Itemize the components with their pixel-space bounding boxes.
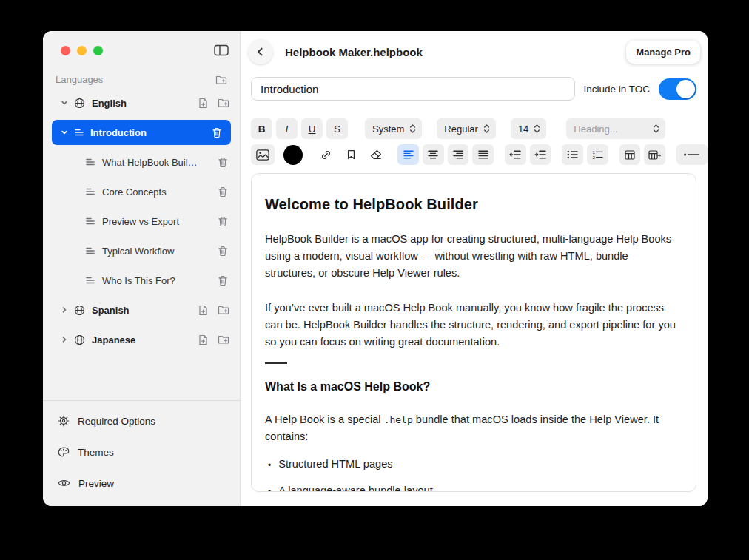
chevron-right-icon[interactable] (61, 306, 68, 314)
doc-text: A Help Book is a special (265, 414, 384, 425)
clear-formatting-button[interactable] (366, 144, 387, 165)
sidebar-page-row[interactable]: Who Is This For? (43, 266, 240, 295)
align-right-button[interactable] (448, 144, 469, 165)
footer-item-label: Required Options (78, 416, 155, 427)
new-language-folder-icon[interactable] (215, 75, 227, 85)
doc-horizontal-rule (265, 362, 287, 364)
sidebar-item-required-options[interactable]: Required Options (43, 405, 240, 436)
heading-style-select[interactable]: Heading... (566, 118, 665, 139)
back-icon (255, 47, 266, 57)
trash-icon[interactable] (218, 186, 228, 198)
sidebar-item-preview[interactable]: Preview (43, 468, 240, 499)
table-icon (625, 150, 635, 160)
font-weight-value: Regular (444, 124, 478, 135)
table-add-icon (648, 150, 661, 160)
align-justify-button[interactable] (472, 144, 494, 165)
page-lines-icon (85, 157, 95, 167)
sidebar-page-row[interactable]: What HelpBook Buil… (43, 147, 240, 177)
numbered-list-button[interactable] (587, 144, 608, 165)
bold-button[interactable]: B (251, 118, 272, 139)
table-insert-column-button[interactable] (644, 144, 665, 165)
chevron-down-icon[interactable] (61, 129, 68, 136)
rich-text-editor[interactable]: Welcome to HelpBook Builder HelpBook Bui… (251, 173, 696, 492)
italic-button[interactable]: I (276, 118, 298, 139)
bullet-list-icon (567, 150, 578, 159)
align-center-button[interactable] (423, 144, 444, 165)
trash-icon[interactable] (218, 246, 228, 257)
font-size-select[interactable]: 14 (511, 118, 546, 139)
align-justify-icon (478, 150, 488, 159)
languages-label: Languages (56, 74, 103, 85)
sidebar-page-row[interactable]: Typical Workflow (43, 236, 240, 266)
insert-link-button[interactable] (315, 144, 337, 165)
traffic-lights (61, 46, 103, 55)
globe-icon (74, 98, 85, 109)
sidebar-item-english[interactable]: English (43, 88, 240, 118)
doc-paragraph: A Help Book is a special .help bundle th… (265, 411, 679, 445)
outdent-icon (509, 150, 521, 159)
new-page-icon[interactable] (198, 98, 208, 109)
globe-icon (74, 334, 85, 345)
sidebar-item-introduction[interactable]: Introduction (52, 120, 231, 145)
gear-icon (58, 415, 70, 427)
bullet-list-button[interactable] (562, 144, 583, 165)
new-folder-icon[interactable] (218, 334, 229, 345)
doc-text: A language-aware bundle layout (278, 484, 433, 492)
sidebar: Languages English Introduction (43, 31, 241, 506)
text-color-well[interactable] (283, 145, 303, 165)
insert-image-button[interactable] (251, 144, 275, 165)
underline-button[interactable]: U (301, 118, 323, 139)
doc-bullet-item: Structured HTML pages (265, 457, 679, 472)
page-label: Typical Workflow (102, 246, 174, 257)
toc-toggle[interactable] (659, 78, 696, 100)
font-family-select[interactable]: System (365, 118, 422, 139)
new-page-icon[interactable] (198, 305, 208, 316)
chevron-down-icon[interactable] (61, 99, 68, 107)
close-window-button[interactable] (61, 46, 70, 55)
palette-icon (58, 447, 70, 457)
font-weight-select[interactable]: Regular (437, 118, 496, 139)
sidebar-page-row[interactable]: Preview vs Export (43, 206, 240, 236)
globe-icon (74, 305, 85, 316)
doc-heading1: Welcome to HelpBook Builder (265, 196, 679, 213)
trash-icon[interactable] (212, 127, 222, 138)
page-lines-icon (85, 186, 95, 197)
strikethrough-button[interactable]: S (326, 118, 348, 139)
horizontal-rule-button[interactable] (676, 144, 708, 165)
languages-section-header: Languages (43, 64, 240, 87)
doc-bullet-item: A language-aware bundle layout (265, 484, 679, 492)
sidebar-item-japanese[interactable]: Japanese (43, 325, 240, 354)
bookmark-button[interactable] (340, 144, 362, 165)
align-left-icon (403, 150, 414, 159)
toggle-knob (676, 80, 695, 98)
sidebar-item-themes[interactable]: Themes (43, 436, 240, 468)
new-folder-icon[interactable] (218, 98, 229, 108)
indent-button[interactable] (530, 144, 551, 165)
numbered-list-icon (592, 150, 603, 159)
new-folder-icon[interactable] (218, 305, 229, 315)
zoom-window-button[interactable] (93, 46, 103, 55)
sidebar-item-spanish[interactable]: Spanish (43, 295, 240, 325)
manage-pro-button[interactable]: Manage Pro (626, 41, 700, 64)
back-button[interactable] (248, 39, 273, 64)
new-page-icon[interactable] (198, 334, 208, 345)
align-left-button[interactable] (397, 144, 419, 165)
doc-code-span: .help (384, 414, 413, 425)
main-header: Helpbook Maker.helpbook Manage Pro (241, 31, 708, 65)
sidebar-toggle-icon[interactable] (214, 44, 229, 56)
trash-icon[interactable] (218, 275, 228, 286)
doc-paragraph: HelpBook Builder is a macOS app for crea… (265, 231, 679, 282)
minimize-window-button[interactable] (77, 46, 87, 55)
chevron-updown-icon (534, 124, 540, 134)
trash-icon[interactable] (218, 157, 228, 168)
chevron-updown-icon (483, 124, 490, 134)
outdent-button[interactable] (505, 144, 526, 165)
page-lines-icon (85, 275, 95, 286)
footer-item-label: Themes (78, 447, 114, 458)
chevron-right-icon[interactable] (61, 336, 68, 343)
insert-table-button[interactable] (619, 144, 641, 165)
trash-icon[interactable] (218, 216, 228, 227)
page-title-input[interactable] (251, 77, 575, 101)
doc-heading2: What Is a macOS Help Book? (265, 380, 679, 394)
sidebar-page-row[interactable]: Core Concepts (43, 177, 240, 206)
